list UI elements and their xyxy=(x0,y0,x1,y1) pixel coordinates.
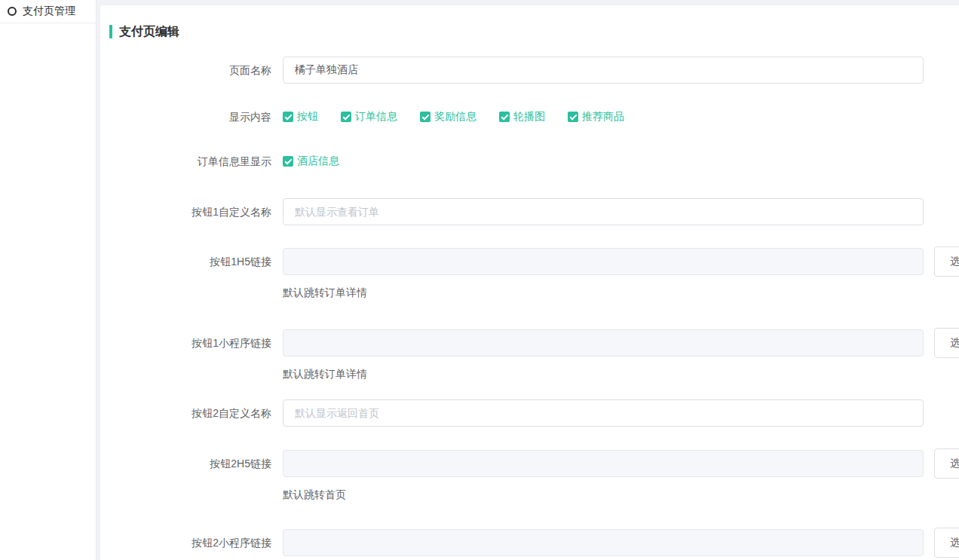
sidebar-item-payment-page-management[interactable]: 支付页管理 xyxy=(0,0,96,23)
display-content-checkbox-group: 按钮 订单信息 奖励信息 轮播图 推荐商品 xyxy=(283,110,624,124)
btn2-custom-name-label: 按钮2自定义名称 xyxy=(109,405,271,421)
checkbox-hotel-info[interactable]: 酒店信息 xyxy=(283,155,339,168)
form-row-order-info-display: 订单信息里显示 酒店信息 xyxy=(109,154,959,169)
btn1-mini-link-hint: 默认跳转订单详情 xyxy=(283,368,959,380)
payment-page-form: 页面名称 显示内容 按钮 订单信息 奖励信息 xyxy=(109,57,959,560)
display-content-label: 显示内容 xyxy=(109,109,271,124)
form-row-display-content: 显示内容 按钮 订单信息 奖励信息 轮播图 xyxy=(109,109,959,124)
checkbox-recommended-products[interactable]: 推荐商品 xyxy=(568,110,624,124)
sidebar-item-label: 支付页管理 xyxy=(23,5,75,18)
form-row-btn1-h5-link: 按钮1H5链接 选 xyxy=(109,246,959,277)
btn1-h5-select-button[interactable]: 选 xyxy=(934,246,959,277)
title-accent-bar xyxy=(109,25,112,38)
btn1-mini-select-button[interactable]: 选 xyxy=(934,328,959,358)
page-name-input[interactable] xyxy=(283,57,924,84)
checkbox-order-info[interactable]: 订单信息 xyxy=(341,110,397,124)
form-row-btn1-mini-link: 按钮1小程序链接 选 xyxy=(109,328,959,358)
checked-checkbox-icon xyxy=(283,112,293,122)
btn2-h5-link-input xyxy=(283,450,924,477)
page-title: 支付页编辑 xyxy=(109,24,959,39)
btn1-mini-link-input xyxy=(283,329,924,357)
checkbox-reward-info[interactable]: 奖励信息 xyxy=(420,110,476,124)
form-row-btn2-custom-name: 按钮2自定义名称 xyxy=(109,399,959,427)
btn1-custom-name-input[interactable] xyxy=(283,198,924,225)
checked-checkbox-icon xyxy=(420,112,430,122)
form-row-btn1-custom-name: 按钮1自定义名称 xyxy=(109,198,959,225)
btn2-h5-select-button[interactable]: 选 xyxy=(934,448,959,479)
form-row-btn2-h5-link: 按钮2H5链接 选 xyxy=(109,448,959,479)
btn2-mini-select-button[interactable]: 选 xyxy=(934,528,959,558)
sidebar: 支付页管理 xyxy=(0,0,97,560)
btn2-custom-name-input[interactable] xyxy=(283,399,924,427)
btn1-h5-link-input xyxy=(283,248,924,275)
btn1-h5-link-label: 按钮1H5链接 xyxy=(109,254,271,269)
page-name-label: 页面名称 xyxy=(109,63,271,78)
form-row-btn2-mini-link: 按钮2小程序链接 选 xyxy=(109,528,959,558)
form-row-page-name: 页面名称 xyxy=(109,57,959,84)
btn1-custom-name-label: 按钮1自定义名称 xyxy=(109,204,271,219)
checkbox-button[interactable]: 按钮 xyxy=(283,110,318,124)
order-info-display-label: 订单信息里显示 xyxy=(109,154,271,169)
circle-icon xyxy=(8,7,17,16)
btn1-h5-link-hint: 默认跳转订单详情 xyxy=(283,286,959,298)
checked-checkbox-icon xyxy=(499,112,510,122)
checkbox-carousel[interactable]: 轮播图 xyxy=(499,110,545,124)
payment-page-edit-panel: 支付页编辑 页面名称 显示内容 按钮 订单信息 xyxy=(100,5,959,560)
checked-checkbox-icon xyxy=(568,112,578,122)
btn2-h5-link-label: 按钮2H5链接 xyxy=(109,456,271,471)
btn2-h5-link-hint: 默认跳转首页 xyxy=(283,488,959,500)
page-title-text: 支付页编辑 xyxy=(119,24,179,40)
checked-checkbox-icon xyxy=(283,156,293,167)
btn1-mini-link-label: 按钮1小程序链接 xyxy=(109,335,271,350)
order-info-display-checkbox-group: 酒店信息 xyxy=(283,155,339,168)
checked-checkbox-icon xyxy=(341,112,351,122)
btn2-mini-link-input xyxy=(283,529,924,556)
btn2-mini-link-label: 按钮2小程序链接 xyxy=(109,535,271,550)
